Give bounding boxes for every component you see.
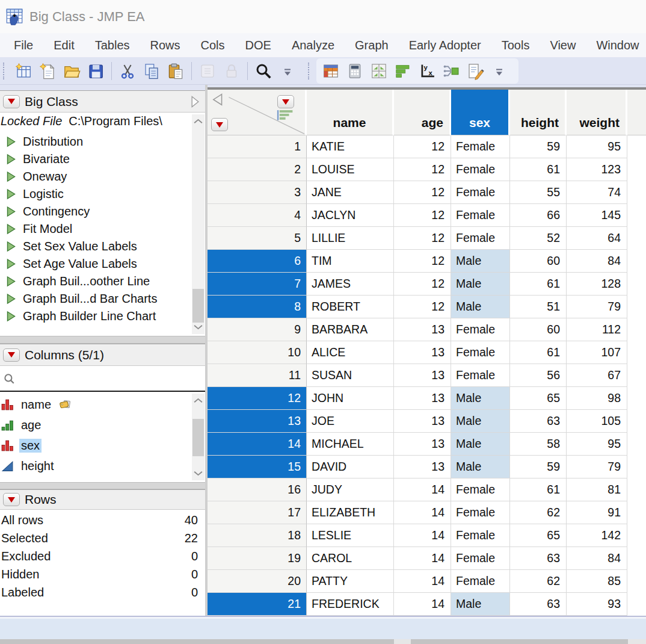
columns-corner-menu-button[interactable] bbox=[277, 95, 294, 108]
row-number-cell[interactable]: 14 bbox=[208, 433, 307, 456]
rows-stat-labeled[interactable]: Labeled0 bbox=[0, 583, 205, 601]
menu-item-graph[interactable]: Graph bbox=[345, 39, 399, 52]
cell-height[interactable]: 56 bbox=[510, 364, 567, 387]
cell-weight[interactable]: 112 bbox=[567, 318, 627, 341]
script-item-set-age-value-labels[interactable]: Set Age Value Labels bbox=[0, 255, 205, 273]
cell-age[interactable]: 13 bbox=[394, 341, 451, 364]
cell-name[interactable]: JOHN bbox=[307, 387, 394, 410]
cell-name[interactable]: SUSAN bbox=[307, 364, 394, 387]
cell-sex[interactable]: Female bbox=[451, 227, 510, 250]
cell-weight[interactable]: 107 bbox=[567, 341, 627, 364]
cell-height[interactable]: 65 bbox=[510, 524, 567, 547]
calculator-button[interactable] bbox=[343, 60, 367, 82]
columns-scrollbar[interactable] bbox=[192, 394, 205, 480]
cell-age[interactable]: 13 bbox=[394, 456, 451, 478]
rows-stat-all-rows[interactable]: All rows40 bbox=[0, 511, 205, 529]
cell-weight[interactable]: 93 bbox=[567, 593, 627, 616]
cell-age[interactable]: 14 bbox=[394, 570, 451, 593]
cell-name[interactable]: FREDERICK bbox=[307, 593, 394, 616]
menu-item-edit[interactable]: Edit bbox=[43, 39, 84, 52]
toolbar-grip-handle[interactable] bbox=[308, 63, 313, 79]
cell-name[interactable]: ALICE bbox=[307, 341, 394, 364]
cell-height[interactable]: 60 bbox=[510, 318, 567, 341]
cell-height[interactable]: 61 bbox=[510, 158, 567, 181]
cell-sex[interactable]: Female bbox=[451, 364, 510, 387]
row-number-cell[interactable]: 18 bbox=[208, 524, 307, 547]
cell-sex[interactable]: Female bbox=[451, 501, 510, 524]
cell-age[interactable]: 12 bbox=[394, 181, 451, 204]
cell-age[interactable]: 14 bbox=[394, 547, 451, 570]
cell-sex[interactable]: Female bbox=[451, 135, 510, 158]
cell-age[interactable]: 12 bbox=[394, 296, 451, 318]
rows-corner-menu-button[interactable] bbox=[211, 118, 228, 131]
cell-age[interactable]: 13 bbox=[394, 410, 451, 433]
cell-name[interactable]: ELIZABETH bbox=[307, 501, 394, 524]
cell-name[interactable]: BARBARA bbox=[307, 318, 394, 341]
axes-plot-button[interactable]: yx bbox=[415, 60, 439, 82]
row-number-cell[interactable]: 15 bbox=[208, 456, 307, 478]
cell-height[interactable]: 62 bbox=[510, 570, 567, 593]
cell-height[interactable]: 59 bbox=[510, 135, 567, 158]
row-number-cell[interactable]: 12 bbox=[208, 387, 307, 410]
row-number-cell[interactable]: 7 bbox=[208, 273, 307, 296]
cell-age[interactable]: 12 bbox=[394, 204, 451, 227]
cell-sex[interactable]: Male bbox=[451, 250, 510, 273]
cell-age[interactable]: 12 bbox=[394, 250, 451, 273]
bar-chart-button[interactable] bbox=[391, 60, 415, 82]
cell-weight[interactable]: 123 bbox=[567, 158, 627, 181]
row-number-cell[interactable]: 19 bbox=[208, 547, 307, 570]
new-journal-button[interactable] bbox=[35, 60, 60, 82]
script-item-contingency[interactable]: Contingency bbox=[0, 203, 205, 220]
cell-age[interactable]: 12 bbox=[394, 227, 451, 250]
row-number-cell[interactable]: 5 bbox=[208, 227, 307, 250]
row-number-cell[interactable]: 16 bbox=[208, 478, 307, 501]
scrollbar-thumb[interactable] bbox=[192, 289, 204, 323]
cell-weight[interactable]: 67 bbox=[567, 364, 627, 387]
cell-height[interactable]: 61 bbox=[510, 478, 567, 501]
cell-name[interactable]: CAROL bbox=[307, 547, 394, 570]
scroll-up-icon[interactable] bbox=[193, 395, 203, 406]
cell-sex[interactable]: Female bbox=[451, 158, 510, 181]
copy-button[interactable] bbox=[140, 60, 164, 82]
cell-age[interactable]: 12 bbox=[394, 273, 451, 296]
row-number-cell[interactable]: 17 bbox=[208, 501, 307, 524]
column-header-sex-selected[interactable]: sex bbox=[451, 90, 510, 135]
open-button[interactable] bbox=[60, 60, 84, 82]
row-number-cell[interactable]: 1 bbox=[208, 135, 307, 158]
scrollbar-thumb[interactable] bbox=[192, 419, 204, 456]
script-item-graph-buil-d-bar-charts[interactable]: Graph Buil...d Bar Charts bbox=[0, 290, 205, 308]
cell-height[interactable]: 63 bbox=[510, 547, 567, 570]
cell-height[interactable]: 60 bbox=[510, 250, 567, 273]
menu-item-tables[interactable]: Tables bbox=[85, 39, 140, 52]
cell-weight[interactable]: 84 bbox=[567, 250, 627, 273]
cell-weight[interactable]: 91 bbox=[567, 501, 627, 524]
column-item-height[interactable]: height bbox=[0, 456, 205, 476]
window-layout-button[interactable] bbox=[367, 60, 391, 82]
row-number-cell[interactable]: 21 bbox=[208, 593, 307, 616]
menu-item-window[interactable]: Window bbox=[586, 39, 646, 52]
cell-name[interactable]: PATTY bbox=[307, 570, 394, 593]
script-editor-button[interactable] bbox=[463, 60, 487, 82]
script-item-graph-builder-line-chart[interactable]: Graph Builder Line Chart bbox=[0, 308, 205, 325]
panel-expand-button[interactable] bbox=[190, 95, 200, 108]
join-button[interactable] bbox=[439, 60, 463, 82]
cell-name[interactable]: JANE bbox=[307, 181, 394, 204]
row-number-cell[interactable]: 11 bbox=[208, 364, 307, 387]
cut-button[interactable] bbox=[115, 60, 140, 82]
save-button[interactable] bbox=[84, 60, 108, 82]
cell-weight[interactable]: 95 bbox=[567, 433, 627, 456]
cell-age[interactable]: 14 bbox=[394, 593, 451, 616]
scroll-down-icon[interactable] bbox=[193, 322, 203, 333]
column-header-name[interactable]: name bbox=[307, 90, 394, 135]
script-item-bivariate[interactable]: Bivariate bbox=[0, 150, 205, 168]
script-item-graph-buil-oother-line[interactable]: Graph Buil...oother Line bbox=[0, 273, 205, 290]
cell-weight[interactable]: 84 bbox=[567, 547, 627, 570]
cell-sex[interactable]: Female bbox=[451, 547, 510, 570]
cell-weight[interactable]: 79 bbox=[567, 456, 627, 478]
cell-height[interactable]: 52 bbox=[510, 227, 567, 250]
cell-name[interactable]: LILLIE bbox=[307, 227, 394, 250]
cell-name[interactable]: KATIE bbox=[307, 135, 394, 158]
cell-height[interactable]: 62 bbox=[510, 501, 567, 524]
row-number-cell[interactable]: 6 bbox=[208, 250, 307, 273]
paste-button[interactable] bbox=[164, 60, 188, 82]
